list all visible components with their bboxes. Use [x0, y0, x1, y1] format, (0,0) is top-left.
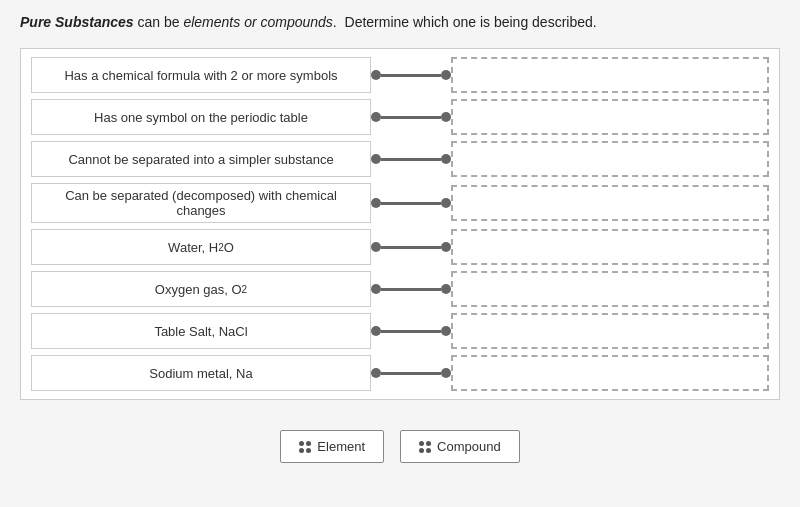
- connector-8: [371, 368, 451, 378]
- instructions: Pure Substances can be elements or compo…: [20, 14, 780, 30]
- line-6: [381, 288, 441, 291]
- left-label-4: Can be separated (decomposed) with chemi…: [31, 183, 371, 223]
- drop-target-3[interactable]: [451, 141, 769, 177]
- dot-left-8: [371, 368, 381, 378]
- dot-left-7: [371, 326, 381, 336]
- drop-target-1[interactable]: [451, 57, 769, 93]
- grid-dot: [426, 448, 431, 453]
- drop-target-7[interactable]: [451, 313, 769, 349]
- connector-7: [371, 326, 451, 336]
- grid-dot: [299, 448, 304, 453]
- line-8: [381, 372, 441, 375]
- left-label-5: Water, H2O: [31, 229, 371, 265]
- dot-right-7: [441, 326, 451, 336]
- dot-right-3: [441, 154, 451, 164]
- grid-dot: [419, 441, 424, 446]
- dot-left-1: [371, 70, 381, 80]
- left-label-2: Has one symbol on the periodic table: [31, 99, 371, 135]
- dot-right-5: [441, 242, 451, 252]
- left-label-6: Oxygen gas, O2: [31, 271, 371, 307]
- dot-right-2: [441, 112, 451, 122]
- connector-4: [371, 198, 451, 208]
- match-row: Water, H2O: [31, 229, 769, 265]
- connector-2: [371, 112, 451, 122]
- dot-right-8: [441, 368, 451, 378]
- match-row: Can be separated (decomposed) with chemi…: [31, 183, 769, 223]
- grid-dot: [419, 448, 424, 453]
- line-4: [381, 202, 441, 205]
- line-1: [381, 74, 441, 77]
- grid-dot: [299, 441, 304, 446]
- answer-area: Element Compound: [20, 418, 780, 467]
- dot-right-4: [441, 198, 451, 208]
- connector-1: [371, 70, 451, 80]
- drop-target-6[interactable]: [451, 271, 769, 307]
- match-row: Sodium metal, Na: [31, 355, 769, 391]
- matching-area: Has a chemical formula with 2 or more sy…: [20, 48, 780, 400]
- dot-right-1: [441, 70, 451, 80]
- compound-label: Compound: [437, 439, 501, 454]
- dot-left-4: [371, 198, 381, 208]
- match-row: Table Salt, NaCl: [31, 313, 769, 349]
- grid-dot: [306, 448, 311, 453]
- connector-3: [371, 154, 451, 164]
- left-label-7: Table Salt, NaCl: [31, 313, 371, 349]
- match-row: Has one symbol on the periodic table: [31, 99, 769, 135]
- match-row: Cannot be separated into a simpler subst…: [31, 141, 769, 177]
- dot-left-6: [371, 284, 381, 294]
- left-label-3: Cannot be separated into a simpler subst…: [31, 141, 371, 177]
- drop-target-4[interactable]: [451, 185, 769, 221]
- match-row: Has a chemical formula with 2 or more sy…: [31, 57, 769, 93]
- grid-dot: [306, 441, 311, 446]
- match-row: Oxygen gas, O2: [31, 271, 769, 307]
- element-grid-icon: [299, 441, 311, 453]
- line-7: [381, 330, 441, 333]
- dot-left-3: [371, 154, 381, 164]
- line-2: [381, 116, 441, 119]
- element-label: Element: [317, 439, 365, 454]
- compound-grid-icon: [419, 441, 431, 453]
- compound-button[interactable]: Compound: [400, 430, 520, 463]
- drop-target-2[interactable]: [451, 99, 769, 135]
- element-button[interactable]: Element: [280, 430, 384, 463]
- connector-5: [371, 242, 451, 252]
- left-label-8: Sodium metal, Na: [31, 355, 371, 391]
- dot-right-6: [441, 284, 451, 294]
- left-label-1: Has a chemical formula with 2 or more sy…: [31, 57, 371, 93]
- line-5: [381, 246, 441, 249]
- line-3: [381, 158, 441, 161]
- drop-target-8[interactable]: [451, 355, 769, 391]
- dot-left-5: [371, 242, 381, 252]
- connector-6: [371, 284, 451, 294]
- dot-left-2: [371, 112, 381, 122]
- grid-dot: [426, 441, 431, 446]
- drop-target-5[interactable]: [451, 229, 769, 265]
